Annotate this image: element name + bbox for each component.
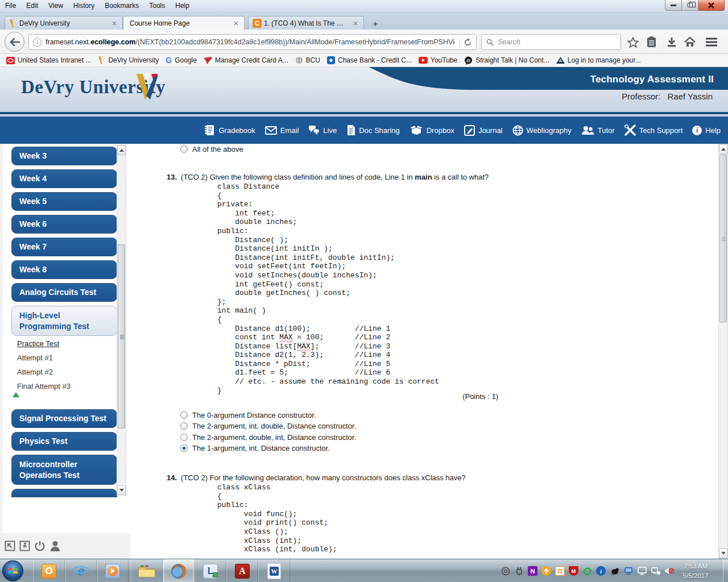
home-icon[interactable] [682,35,697,49]
nav-gradebook[interactable]: Gradebook [204,124,255,136]
popout-icon[interactable] [5,541,15,551]
bookmark-bcu[interactable]: BCU [292,54,324,66]
nav-dropbox[interactable]: Dropbox [410,125,454,135]
update-icon[interactable] [541,566,551,576]
mcafee-icon[interactable]: M [569,566,578,576]
subitem-final-attempt-3[interactable]: Final Attempt #3 [11,379,118,393]
sidebar-week-8[interactable]: Week 8 [11,260,117,279]
recording-icon[interactable] [500,566,510,576]
bookmark-us-intranet[interactable]: United States Intranet ... [3,54,94,66]
downloads-icon[interactable] [664,35,679,49]
taskbar-logmein[interactable]: L [195,559,226,582]
bookmark-credit-card[interactable]: Manage Credit Card A... [200,54,292,66]
nav-help[interactable]: i Help [692,126,721,135]
tab-course-home-page[interactable]: Course Home Page [123,16,245,30]
radio-button[interactable] [180,146,188,153]
tab-quiz-question[interactable]: C 1. (TCO 4) What Is The Res... [248,16,364,30]
collapse-triangle-icon[interactable] [13,392,19,397]
menu-edit[interactable]: Edit [21,0,43,11]
nav-live[interactable]: Live [308,125,337,135]
bird-icon[interactable] [610,566,619,576]
main-scrollbar[interactable] [718,144,728,559]
menu-help[interactable]: Help [170,0,195,11]
office-icon[interactable]: O [555,566,565,576]
sidebar-partial-button[interactable] [11,489,117,497]
network-icon[interactable] [651,566,660,576]
hamburger-menu-icon[interactable] [704,35,719,49]
nav-webliography[interactable]: Webliography [512,125,572,136]
subitem-attempt-2[interactable]: Attempt #2 [11,365,118,379]
subitem-practice-test[interactable]: Practice Test [11,336,118,351]
onenote-icon[interactable]: N [528,566,537,576]
bookmark-chase[interactable]: Chase Bank - Credit C... [324,54,415,66]
sidebar-week-7[interactable]: Week 7 [11,238,117,256]
bookmark-star-icon[interactable] [626,35,640,49]
sidebar-scrollbar[interactable] [117,145,126,496]
scroll-up-arrow[interactable] [719,144,727,154]
security-center-icon[interactable] [623,566,633,576]
nav-doc-sharing[interactable]: Doc Sharing [346,124,400,136]
display-icon[interactable] [637,566,647,576]
menu-file[interactable]: File [0,0,21,11]
user-icon[interactable] [49,541,61,551]
address-bar[interactable]: i frameset.next.ecollege.com/(NEXT(bb210… [28,34,477,50]
tab-devry-university[interactable]: DeVry University [5,16,123,30]
bookmarks-menu-icon[interactable] [644,35,659,49]
menu-tools[interactable]: Tools [144,0,170,11]
power-plug-icon[interactable] [514,566,524,576]
start-button[interactable] [2,560,23,581]
exit-icon[interactable] [19,541,30,551]
menu-bookmarks[interactable]: Bookmarks [100,0,144,11]
taskbar-adobe-reader[interactable]: A [226,559,258,582]
menu-history[interactable]: History [68,0,100,11]
site-info-icon[interactable]: i [33,38,42,47]
search-bar[interactable] [481,34,621,50]
minimize-button[interactable] [665,0,682,11]
radio-button[interactable] [180,411,188,419]
taskbar-internet-explorer[interactable]: e [65,559,97,582]
bookmark-straight-talk[interactable]: @ Straight Talk | No Cont... [461,54,553,66]
scroll-down-arrow[interactable] [117,485,126,495]
show-desktop-button[interactable] [723,559,728,582]
sync-icon[interactable] [582,566,592,576]
reload-icon[interactable] [464,38,472,47]
sidebar-signal-processing-test[interactable]: Signal Processing Test [11,409,117,428]
sidebar-high-level-programming-test[interactable]: High-Level Programming Test [11,306,117,336]
menu-view[interactable]: View [43,0,68,11]
taskbar-file-explorer[interactable] [131,559,163,582]
tab-close-icon[interactable] [232,19,240,27]
sidebar-week-3[interactable]: Week 3 [11,147,117,165]
scroll-up-arrow[interactable] [117,146,126,155]
subitem-attempt-1[interactable]: Attempt #1 [11,351,118,365]
back-button[interactable] [5,32,24,52]
nav-tutor[interactable]: Tutor [581,126,615,135]
power-icon[interactable] [34,541,46,552]
nav-tech-support[interactable]: Tech Support [624,124,683,136]
close-button[interactable] [698,0,725,11]
nav-email[interactable]: Email [265,126,299,135]
search-input[interactable] [498,38,616,46]
scroll-down-arrow[interactable] [719,548,727,558]
nav-journal[interactable]: Journal [464,125,503,136]
taskbar-media-player[interactable] [97,559,129,582]
sidebar-week-5[interactable]: Week 5 [11,192,117,211]
scrollbar-thumb[interactable] [118,244,125,429]
restore-button[interactable] [682,0,698,11]
info-icon[interactable]: i [596,566,606,576]
volume-muted-icon[interactable] [664,566,674,576]
tab-close-icon[interactable] [110,19,118,27]
bookmark-devry[interactable]: DeVry University [94,54,162,66]
taskbar-firefox[interactable] [163,559,195,582]
tab-close-icon[interactable] [351,19,359,27]
bookmark-youtube[interactable]: YouTube [415,54,461,66]
sidebar-week-4[interactable]: Week 4 [11,169,117,188]
sidebar-microcontroller-operations-test[interactable]: Microcontroller Operations Test [11,455,117,485]
radio-button[interactable] [180,434,188,441]
taskbar-word[interactable]: W [258,559,290,582]
sidebar-week-6[interactable]: Week 6 [11,215,117,234]
scrollbar-thumb[interactable] [719,155,727,322]
new-tab-button[interactable]: + [370,19,381,28]
sidebar-analog-circuits-test[interactable]: Analog Circuits Test [11,283,117,302]
sidebar-physics-test[interactable]: Physics Test [11,432,117,451]
radio-button[interactable] [180,422,188,430]
